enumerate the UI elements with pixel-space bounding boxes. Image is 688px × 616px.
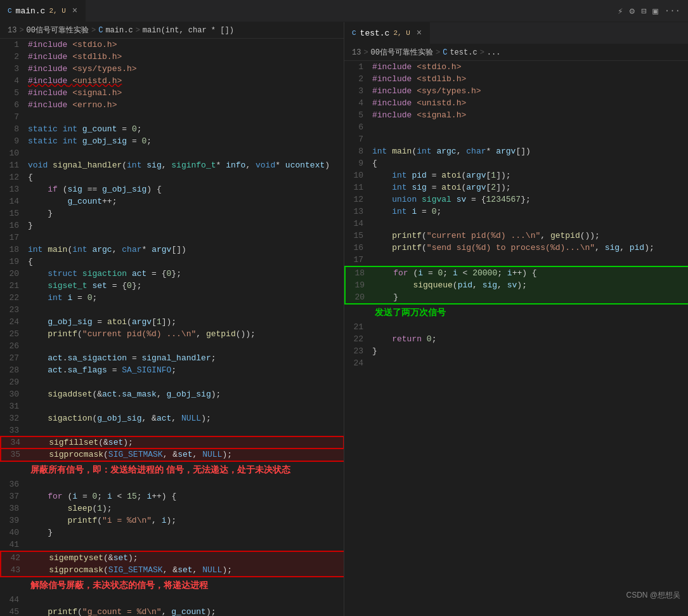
code-line-red-35: 35 sigprocmask(SIG_SETMASK, &set, NULL); bbox=[0, 449, 344, 462]
code-line-green-19: 19 sigqueue(pid, sig, sv); bbox=[344, 279, 688, 291]
code-line: 2 #include <stdlib.h> bbox=[0, 51, 344, 63]
code-line: 44 bbox=[0, 594, 344, 606]
tab-c-icon-right: C bbox=[352, 29, 356, 37]
code-line: 6 #include <errno.h> bbox=[0, 99, 344, 111]
code-line: 23 } bbox=[344, 345, 688, 357]
code-line: 24 g_obj_sig = atoi(argv[1]); bbox=[0, 316, 344, 328]
code-line: 21 sigset_t set = {0}; bbox=[0, 280, 344, 292]
code-line: 22 return 0; bbox=[344, 333, 688, 345]
tab-main-c[interactable]: C main.c 2, U × bbox=[0, 0, 86, 22]
tab-toolbar: ⚡ ⚙ ⊟ ▣ ··· bbox=[618, 6, 688, 16]
code-line: 18 int main(int argc, char* argv[]) bbox=[0, 244, 344, 256]
tab-main-c-label: main.c bbox=[16, 6, 46, 16]
run-icon[interactable]: ⚡ bbox=[618, 6, 623, 16]
code-line: 11 void signal_handler(int sig, siginfo_… bbox=[0, 159, 344, 171]
code-line: 21 bbox=[344, 321, 688, 333]
tab-main-c-modified: 2, U bbox=[49, 7, 65, 15]
tab-test-c-modified: 2, U bbox=[393, 29, 410, 37]
layout-icon[interactable]: ▣ bbox=[652, 6, 658, 16]
code-line: 17 bbox=[344, 254, 688, 266]
code-line: 40 } bbox=[0, 527, 344, 539]
code-line: 3 #include <sys/types.h> bbox=[344, 85, 688, 97]
code-line: 5 #include <signal.h> bbox=[0, 87, 344, 99]
tab-c-icon: C bbox=[8, 7, 12, 15]
bc-num-left: 13 bbox=[8, 26, 16, 35]
bc-lang-left: C bbox=[98, 26, 103, 35]
code-line: 10 int pid = atoi(argv[1]); bbox=[344, 169, 688, 181]
code-line: 5 #include <signal.h> bbox=[344, 109, 688, 121]
code-line: 19 { bbox=[0, 256, 344, 268]
code-line: 29 bbox=[0, 376, 344, 388]
shield-annotation: 屏蔽所有信号，即：发送给进程的 信号，无法递达，处于未决状态 bbox=[28, 462, 344, 478]
watermark: CSDN @想想吴 bbox=[626, 590, 680, 601]
code-line: 7 bbox=[344, 133, 688, 145]
left-breadcrumb: 13 > 00信号可靠性实验 > C main.c > main(int, ch… bbox=[0, 22, 344, 39]
code-line: 7 bbox=[0, 111, 344, 123]
tab-test-c[interactable]: C test.c 2, U × bbox=[344, 22, 430, 44]
code-line: 30 sigaddset(&act.sa_mask, g_obj_sig); bbox=[0, 388, 344, 400]
code-line: 39 printf("i = %d\n", i); bbox=[0, 514, 344, 527]
code-line: 12 { bbox=[0, 171, 344, 183]
bc-func-left: main(int, char * []) bbox=[143, 26, 234, 35]
code-line: 9 { bbox=[344, 157, 688, 169]
split-icon[interactable]: ⊟ bbox=[641, 6, 646, 16]
code-line: 31 bbox=[0, 400, 344, 412]
right-editor-pane: C test.c 2, U × 13 > 00信号可靠性实验 > C test.… bbox=[344, 22, 688, 616]
tab-test-c-label: test.c bbox=[360, 29, 390, 38]
code-line: 20 struct sigaction act = {0}; bbox=[0, 268, 344, 280]
code-line: 13 if (sig == g_obj_sig) { bbox=[0, 183, 344, 195]
settings-icon[interactable]: ⚙ bbox=[629, 6, 634, 16]
left-editor-pane: 13 > 00信号可靠性实验 > C main.c > main(int, ch… bbox=[0, 22, 344, 616]
code-line: 23 bbox=[0, 304, 344, 316]
code-line: 16 } bbox=[0, 220, 344, 232]
tab-test-c-close[interactable]: × bbox=[417, 28, 422, 38]
code-line: 4 #include <unistd.h> bbox=[0, 75, 344, 87]
code-line: 4 #include <unistd.h> bbox=[344, 97, 688, 109]
code-line: 1 #include <stdio.h> bbox=[0, 39, 344, 51]
code-line: 8 static int g_count = 0; bbox=[0, 123, 344, 135]
right-code-area[interactable]: 1 #include <stdio.h> 2 #include <stdlib.… bbox=[344, 61, 688, 616]
code-line: 36 bbox=[0, 478, 344, 490]
code-line: 45 printf("g_count = %d\n", g_count); bbox=[0, 606, 344, 616]
code-line: 24 bbox=[344, 357, 688, 369]
code-line: 14 bbox=[344, 218, 688, 230]
code-line-red-34: 34 sigfillset(&set); bbox=[0, 436, 344, 449]
code-line: 10 bbox=[0, 147, 344, 159]
left-code-area[interactable]: 1 #include <stdio.h> 2 #include <stdlib.… bbox=[0, 39, 344, 616]
code-line: 3 #include <sys/types.h> bbox=[0, 63, 344, 75]
code-line: 6 bbox=[344, 121, 688, 133]
tab-main-c-close[interactable]: × bbox=[72, 6, 77, 16]
code-line: 15 printf("current pid(%d) ...\n", getpi… bbox=[344, 230, 688, 242]
code-line: 1 #include <stdio.h> bbox=[344, 61, 688, 73]
code-line: 2 #include <stdlib.h> bbox=[344, 73, 688, 85]
send-annotation: 发送了两万次信号 bbox=[372, 305, 688, 321]
code-line: 26 bbox=[0, 340, 344, 352]
code-line: 15 } bbox=[0, 207, 344, 220]
code-line-red-43: 43 sigprocmask(SIG_SETMASK, &set, NULL); bbox=[0, 564, 344, 577]
code-line: 38 sleep(1); bbox=[0, 502, 344, 514]
bc-more-right: ... bbox=[487, 48, 501, 57]
code-line: 25 printf("current pid(%d) ...\n", getpi… bbox=[0, 328, 344, 340]
editor-container: C main.c 2, U × ⚡ ⚙ ⊟ ▣ ··· 13 > 00信号可靠性… bbox=[0, 0, 688, 616]
code-line: 14 g_count++; bbox=[0, 195, 344, 207]
right-tab-bar: C test.c 2, U × bbox=[344, 22, 688, 44]
code-line-green-18: 18 for (i = 0; i < 20000; i++) { bbox=[344, 266, 688, 279]
code-line-red-42: 42 sigemptyset(&set); bbox=[0, 551, 344, 564]
code-line: 12 union sigval sv = {1234567}; bbox=[344, 193, 688, 206]
code-line: 33 bbox=[0, 424, 344, 436]
more-icon[interactable]: ··· bbox=[665, 6, 680, 16]
code-line: 41 bbox=[0, 539, 344, 551]
code-line: 11 int sig = atoi(argv[2]); bbox=[344, 181, 688, 193]
code-line: 28 act.sa_flags = SA_SIGINFO; bbox=[0, 364, 344, 376]
code-line: 22 int i = 0; bbox=[0, 292, 344, 304]
bc-path-left: 00信号可靠性实验 bbox=[27, 25, 89, 36]
code-line: 27 act.sa_sigaction = signal_handler; bbox=[0, 352, 344, 364]
bc-file-left: main.c bbox=[105, 26, 133, 35]
bc-num-right: 13 bbox=[352, 48, 361, 57]
code-line: 32 sigaction(g_obj_sig, &act, NULL); bbox=[0, 412, 344, 424]
bc-file-right: test.c bbox=[450, 48, 477, 57]
code-line: 16 printf("send sig(%d) to process(%d)..… bbox=[344, 242, 688, 254]
tab-bar: C main.c 2, U × ⚡ ⚙ ⊟ ▣ ··· bbox=[0, 0, 688, 22]
split-editor: 13 > 00信号可靠性实验 > C main.c > main(int, ch… bbox=[0, 22, 688, 616]
bc-path-right: 00信号可靠性实验 bbox=[371, 47, 433, 58]
